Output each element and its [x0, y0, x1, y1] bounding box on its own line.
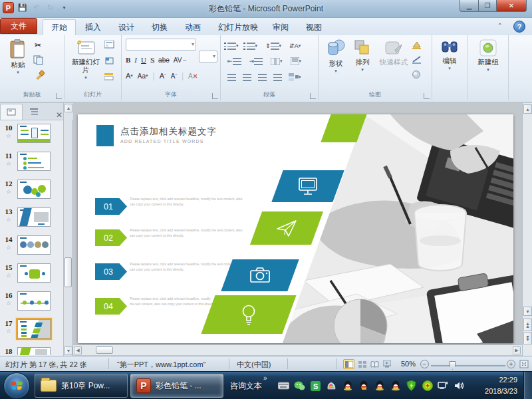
- bullets-button[interactable]: ▾: [227, 40, 239, 52]
- editor-horizontal-scrollbar[interactable]: ◀ ▶: [73, 344, 522, 355]
- clear-formatting-button[interactable]: A: [188, 70, 198, 82]
- item-tag-01[interactable]: 01: [95, 198, 127, 215]
- tab-home[interactable]: 开始: [43, 19, 76, 35]
- tab-insert[interactable]: 插入: [77, 19, 109, 35]
- qq-icon-4[interactable]: [390, 380, 401, 392]
- toolbar-expand-icon[interactable]: »: [263, 374, 267, 382]
- taskbar-task-powerpoint[interactable]: P 彩色铅笔 - ...: [130, 374, 223, 398]
- close-button[interactable]: ✕: [497, 0, 527, 12]
- font-dialog-launcher-icon[interactable]: [212, 93, 218, 99]
- undo-icon[interactable]: ↶: [31, 2, 42, 13]
- clipboard-dialog-launcher-icon[interactable]: [56, 93, 62, 99]
- reset-slide-button[interactable]: [104, 57, 114, 67]
- smartart-convert-button[interactable]: ▾: [289, 71, 301, 83]
- tab-review[interactable]: 审阅: [265, 19, 297, 35]
- slide-thumbnail-14[interactable]: 14 ☆: [0, 235, 61, 257]
- zoom-out-icon[interactable]: −: [420, 360, 429, 368]
- scroll-right-icon[interactable]: ▶: [513, 346, 521, 354]
- zoom-slider-thumb[interactable]: [450, 361, 456, 370]
- bold-button[interactable]: B: [126, 54, 130, 66]
- animation-star-icon[interactable]: ☆: [1, 216, 16, 223]
- taskbar-task-folder[interactable]: 第10章 Pow...: [35, 374, 128, 398]
- slide-title[interactable]: 点击添加相关标题文字: [120, 126, 217, 138]
- volume-icon[interactable]: [454, 380, 465, 392]
- new-slide-button[interactable]: 新建幻灯片 ▾: [68, 39, 103, 80]
- font-color-button[interactable]: Aa▾: [138, 70, 148, 82]
- text-shadow-button[interactable]: S: [150, 54, 154, 66]
- item-text-01[interactable]: Please replace text, click add relevant …: [130, 196, 243, 207]
- copy-button[interactable]: [33, 55, 43, 67]
- increase-indent-button[interactable]: ⇥: [249, 55, 263, 67]
- font-name-select[interactable]: [126, 39, 196, 51]
- line-spacing-button[interactable]: ⇕▾: [265, 40, 281, 52]
- zoom-level[interactable]: 50%: [401, 360, 416, 368]
- minimize-button[interactable]: ▁: [460, 0, 479, 12]
- tab-transitions[interactable]: 切换: [144, 19, 176, 35]
- slide-thumbnail-16[interactable]: 16 ☆: [0, 291, 61, 313]
- powerpoint-app-icon[interactable]: P: [3, 2, 14, 13]
- numbering-button[interactable]: ▾: [247, 40, 258, 52]
- save-icon[interactable]: 💾: [17, 2, 28, 13]
- close-pane-icon[interactable]: ✕: [56, 110, 63, 120]
- item-tag-03[interactable]: 03: [95, 263, 127, 280]
- collapse-ribbon-icon[interactable]: ⌃: [497, 22, 503, 29]
- scroll-down-icon[interactable]: ▼: [523, 307, 532, 316]
- taskbar-toolbar-label[interactable]: 咨询文本: [230, 380, 262, 392]
- animation-star-icon[interactable]: ☆: [1, 188, 16, 195]
- columns-button[interactable]: ▾: [271, 55, 283, 67]
- help-icon[interactable]: ?: [513, 21, 525, 33]
- slides-pane-tab[interactable]: [0, 104, 23, 120]
- taskbar-clock[interactable]: 22:29 2018/3/23: [485, 374, 517, 396]
- sidebar-scrollbar[interactable]: ▲ ▼: [63, 103, 72, 356]
- normal-view-button[interactable]: [343, 359, 354, 369]
- restore-button[interactable]: ❐: [479, 0, 497, 12]
- previous-slide-button[interactable]: ▲▲: [523, 319, 532, 331]
- slide-thumbnail-15[interactable]: 15 ☆: [0, 263, 61, 285]
- paragraph-dialog-launcher-icon[interactable]: [310, 93, 316, 99]
- fit-to-window-icon[interactable]: [519, 360, 529, 368]
- input-keyboard-icon[interactable]: [278, 380, 289, 392]
- justify-button[interactable]: [273, 71, 282, 83]
- browser-icon[interactable]: [326, 380, 337, 392]
- shapes-button[interactable]: 形状 ▾: [324, 39, 348, 74]
- item-tag-02[interactable]: 02: [95, 229, 127, 246]
- zoom-in-icon[interactable]: +: [507, 360, 515, 368]
- scroll-up-icon[interactable]: ▲: [523, 104, 532, 114]
- show-desktop-button[interactable]: [523, 372, 532, 399]
- slide-thumbnail-12[interactable]: 12 ☆: [0, 180, 61, 201]
- slide-thumbnail-10[interactable]: 10 ☆: [0, 124, 61, 145]
- slide-thumbnail-17-selected[interactable]: 17 ☆: [0, 319, 61, 340]
- align-left-button[interactable]: [227, 71, 236, 83]
- start-button[interactable]: [3, 372, 30, 399]
- slide-thumbnail-11[interactable]: 11 ☆: [0, 152, 61, 173]
- qq-icon-1[interactable]: [342, 380, 353, 392]
- network-icon[interactable]: [438, 380, 449, 392]
- section-button[interactable]: [104, 72, 115, 83]
- sogou-icon[interactable]: S: [310, 380, 321, 392]
- animation-star-icon[interactable]: ☆: [1, 132, 16, 139]
- zoom-slider[interactable]: [431, 365, 505, 366]
- strikethrough-button[interactable]: abe: [158, 54, 170, 66]
- character-spacing-button[interactable]: AV⇔: [174, 54, 188, 66]
- tab-file[interactable]: 文件: [0, 18, 37, 34]
- change-case-button[interactable]: A▾: [126, 70, 133, 82]
- sidebar-scroll-thumb[interactable]: [65, 257, 72, 287]
- qat-customize-icon[interactable]: ▾: [59, 2, 70, 13]
- qq-icon-3[interactable]: [374, 380, 385, 392]
- quick-styles-button[interactable]: 快速样式: [377, 39, 410, 66]
- item-text-02[interactable]: Please replace text, click add relevant …: [130, 227, 243, 238]
- item-text-03[interactable]: Please replace text, click add relevant …: [130, 261, 243, 272]
- format-painter-button[interactable]: [35, 70, 45, 82]
- tab-animations[interactable]: 动画: [177, 19, 209, 35]
- italic-button[interactable]: I: [134, 54, 137, 66]
- grow-font-button[interactable]: Aˆ: [160, 70, 166, 82]
- slideshow-view-button[interactable]: [381, 359, 392, 369]
- animation-star-icon[interactable]: ☆: [1, 300, 16, 307]
- title-accent-square[interactable]: [96, 125, 114, 146]
- sidebar-scroll-up-icon[interactable]: ▲: [65, 104, 72, 112]
- shape-fill-button[interactable]: [412, 41, 422, 51]
- font-size-select[interactable]: [199, 51, 217, 63]
- animation-star-icon[interactable]: ☆: [1, 272, 16, 279]
- text-direction-button[interactable]: ⇵A▾: [289, 40, 301, 52]
- shape-effects-button[interactable]: [412, 70, 422, 81]
